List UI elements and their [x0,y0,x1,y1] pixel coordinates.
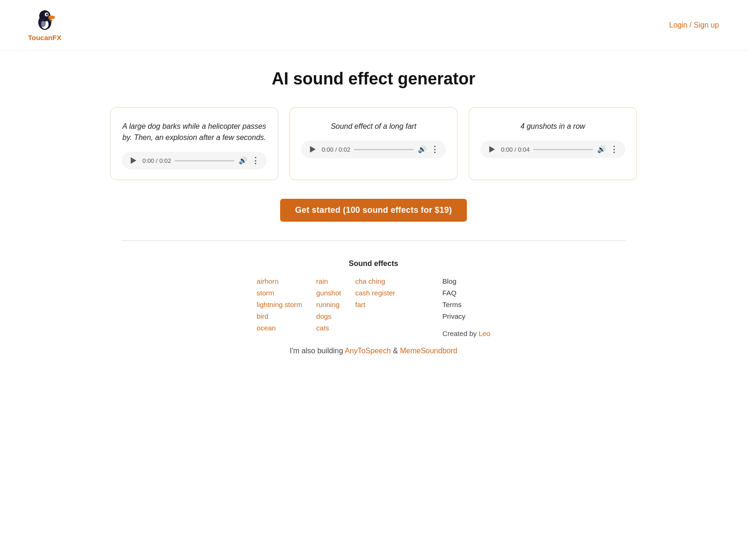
play-triangle-2 [310,146,316,153]
nav-link-blog[interactable]: Blog [443,277,491,285]
progress-bar-3[interactable] [533,149,593,150]
play-button-1[interactable] [128,155,139,166]
footer-col-2: rain gunshot running dogs cats [316,277,341,332]
link-ocean[interactable]: ocean [257,324,303,332]
created-by: Created by Leo [443,329,491,337]
card-3-title: 4 gunshots in a row [521,121,585,132]
audio-player-1: 0:00 / 0:02 🔊 ⋮ [122,152,267,169]
volume-icon-1[interactable]: 🔊 [238,156,247,165]
link-lightning-storm[interactable]: lightning storm [257,301,303,308]
page-title: AI sound effect generator [103,69,644,89]
play-button-3[interactable] [487,144,497,154]
time-label-1: 0:00 / 0:02 [142,157,171,164]
progress-bar-1[interactable] [175,160,234,161]
cta-button[interactable]: Get started (100 sound effects for $19) [280,199,467,222]
also-building-amp: & [391,347,400,355]
created-by-link[interactable]: Leo [479,329,490,337]
footer-section: Sound effects airhorn storm lightning st… [257,259,490,337]
more-icon-2[interactable]: ⋮ [430,145,439,154]
meme-soundbord-link[interactable]: MemeSoundbord [400,347,458,355]
card-2-title: Sound effect of a long fart [331,121,416,132]
link-fart[interactable]: fart [355,301,395,308]
svg-point-6 [54,16,56,19]
time-label-2: 0:00 / 0:02 [322,146,350,153]
link-cats[interactable]: cats [316,324,341,332]
nav-link-terms[interactable]: Terms [443,301,491,308]
logo[interactable]: ToucanFX [28,8,61,42]
progress-bar-2[interactable] [354,149,414,150]
sound-card-1: A large dog barks while a helicopter pas… [110,107,278,180]
logo-label: ToucanFX [28,34,61,42]
footer-inner: airhorn storm lightning storm bird ocean… [257,277,490,337]
link-cash-register[interactable]: cash register [355,289,395,297]
sound-card-2: Sound effect of a long fart 0:00 / 0:02 … [289,107,458,180]
link-rain[interactable]: rain [316,277,341,285]
login-link[interactable]: Login / Sign up [669,21,719,29]
audio-player-3: 0:00 / 0:04 🔊 ⋮ [480,140,625,158]
link-gunshot[interactable]: gunshot [316,289,341,297]
svg-point-4 [46,14,48,15]
audio-player-2: 0:00 / 0:02 🔊 ⋮ [301,140,446,158]
sound-links-group: airhorn storm lightning storm bird ocean… [257,277,395,332]
sound-cards-row: A large dog barks while a helicopter pas… [103,107,644,180]
more-icon-3[interactable]: ⋮ [610,145,619,154]
any-to-speech-link[interactable]: AnyToSpeech [345,347,391,355]
footer-col-3: cha ching cash register fart [355,277,395,332]
volume-icon-3[interactable]: 🔊 [597,145,606,154]
link-bird[interactable]: bird [257,312,303,320]
link-storm[interactable]: storm [257,289,303,297]
cta-area: Get started (100 sound effects for $19) [103,199,644,222]
volume-icon-2[interactable]: 🔊 [417,145,427,154]
sound-effects-title: Sound effects [349,259,398,267]
toucan-icon [33,8,57,33]
also-building-prefix: I'm also building [290,347,345,355]
svg-point-5 [47,14,47,14]
footer-nav-col: Blog FAQ Terms Privacy [443,277,491,320]
also-building: I'm also building AnyToSpeech & MemeSoun… [103,347,644,355]
time-label-3: 0:00 / 0:04 [501,146,529,153]
footer-nav-area: Blog FAQ Terms Privacy Created by Leo [443,277,491,337]
link-airhorn[interactable]: airhorn [257,277,303,285]
section-divider [121,240,626,241]
footer-col-1: airhorn storm lightning storm bird ocean [257,277,303,332]
more-icon-1[interactable]: ⋮ [251,156,260,165]
link-running[interactable]: running [316,301,341,308]
link-dogs[interactable]: dogs [316,312,341,320]
svg-point-7 [40,20,46,27]
play-triangle-3 [489,146,495,153]
nav-link-faq[interactable]: FAQ [443,289,491,297]
link-cha-ching[interactable]: cha ching [355,277,395,285]
sound-card-3: 4 gunshots in a row 0:00 / 0:04 🔊 ⋮ [469,107,637,180]
play-triangle-1 [131,157,136,164]
card-1-title: A large dog barks while a helicopter pas… [122,121,267,143]
created-by-text: Created by [443,329,479,337]
play-button-2[interactable] [308,144,318,154]
nav-link-privacy[interactable]: Privacy [443,312,491,320]
